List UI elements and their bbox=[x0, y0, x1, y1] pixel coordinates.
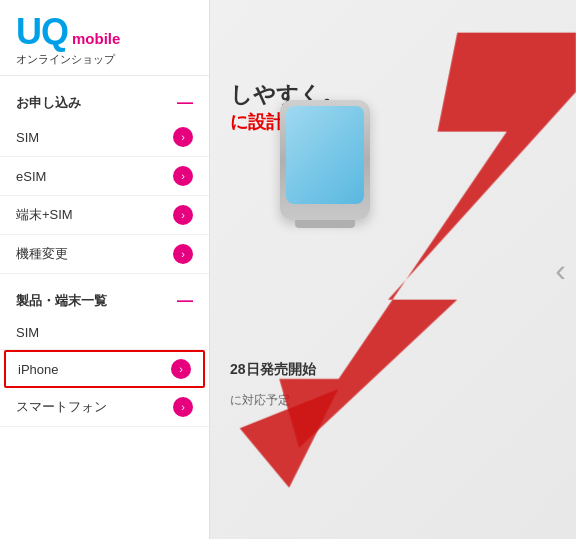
banner-device bbox=[270, 100, 380, 230]
nav-item-sim-product[interactable]: SIM bbox=[0, 316, 209, 350]
nav-section-products: 製品・端末一覧 — SIM iPhone › スマートフォン › bbox=[0, 274, 209, 427]
arrow-icon-sim-apply: › bbox=[173, 127, 193, 147]
device-shape bbox=[280, 100, 370, 220]
logo-uq: UQ mobile bbox=[16, 14, 193, 50]
nav-item-esim-label: eSIM bbox=[16, 169, 173, 184]
logo-area: UQ mobile オンラインショップ bbox=[0, 0, 209, 76]
nav-item-esim[interactable]: eSIM › bbox=[0, 157, 209, 196]
banner-next-arrow[interactable]: ‹ bbox=[555, 251, 566, 288]
logo-shop-text: オンラインショップ bbox=[16, 52, 193, 67]
nav-item-sim-apply[interactable]: SIM › bbox=[0, 118, 209, 157]
nav-item-iphone[interactable]: iPhone › bbox=[4, 350, 205, 388]
nav-item-device-sim-label: 端末+SIM bbox=[16, 206, 173, 224]
nav-item-device-sim[interactable]: 端末+SIM › bbox=[0, 196, 209, 235]
section-products-header: 製品・端末一覧 — bbox=[0, 282, 209, 316]
section-apply-icon: — bbox=[177, 94, 193, 112]
nav-item-model-change[interactable]: 機種変更 › bbox=[0, 235, 209, 274]
nav-section-apply: お申し込み — SIM › eSIM › 端末+SIM › 機種変更 › bbox=[0, 76, 209, 274]
logo-uq-text: UQ bbox=[16, 14, 68, 50]
arrow-icon-device-sim: › bbox=[173, 205, 193, 225]
device-screen bbox=[286, 106, 364, 204]
section-products-icon: — bbox=[177, 292, 193, 310]
nav-item-model-change-label: 機種変更 bbox=[16, 245, 173, 263]
arrow-icon-model-change: › bbox=[173, 244, 193, 264]
nav-item-smartphone-label: スマートフォン bbox=[16, 398, 173, 416]
section-apply-title: お申し込み bbox=[16, 94, 81, 112]
nav-item-sim-product-label: SIM bbox=[16, 325, 193, 340]
nav-item-sim-apply-label: SIM bbox=[16, 130, 173, 145]
nav-item-iphone-label: iPhone bbox=[18, 362, 171, 377]
section-apply-header: お申し込み — bbox=[0, 84, 209, 118]
arrow-icon-iphone: › bbox=[171, 359, 191, 379]
sidebar: UQ mobile オンラインショップ お申し込み — SIM › eSIM ›… bbox=[0, 0, 210, 539]
section-products-title: 製品・端末一覧 bbox=[16, 292, 107, 310]
main-content: しやすく。 に設計。 28日発売開始 に対応予定 ‹ bbox=[210, 0, 576, 539]
banner-area: しやすく。 に設計。 28日発売開始 に対応予定 ‹ bbox=[210, 0, 576, 539]
banner-release-text: 28日発売開始 bbox=[230, 361, 316, 379]
logo-mobile-text: mobile bbox=[72, 31, 120, 46]
arrow-icon-esim: › bbox=[173, 166, 193, 186]
banner-sub-text: に対応予定 bbox=[230, 392, 290, 409]
arrow-icon-smartphone: › bbox=[173, 397, 193, 417]
nav-item-smartphone[interactable]: スマートフォン › bbox=[0, 388, 209, 427]
